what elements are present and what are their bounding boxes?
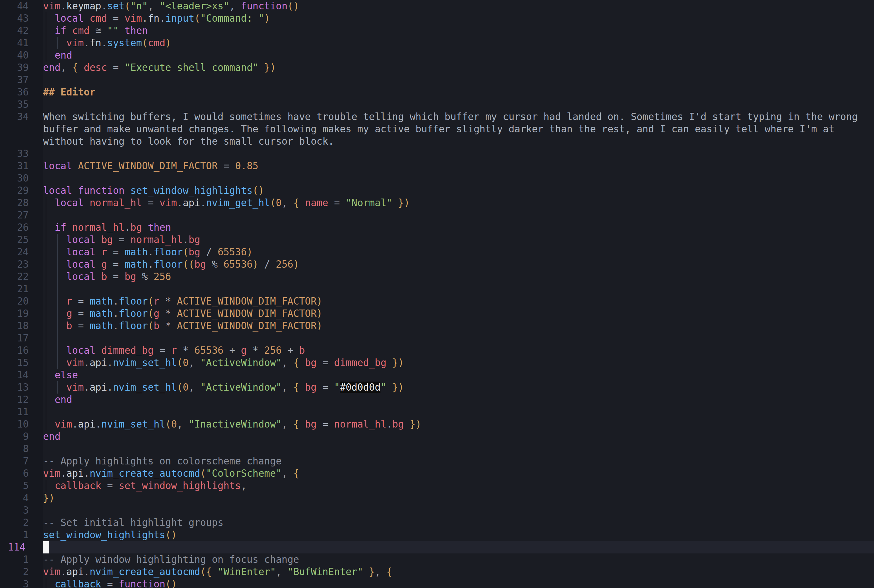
code-line-content[interactable]: if cmd ≅ "" then — [43, 25, 874, 37]
buffer-line[interactable]: 19 g = math.floor(g * ACTIVE_WINDOW_DIM_… — [0, 308, 874, 320]
code-line-content[interactable] — [43, 172, 874, 184]
buffer-line[interactable]: 29local function set_window_highlights() — [0, 184, 874, 197]
code-line-content[interactable]: end — [43, 49, 874, 62]
code-line-content[interactable]: local b = bg % 256 — [43, 271, 874, 283]
code-line-content[interactable]: else — [43, 369, 874, 381]
code-line-content[interactable] — [43, 148, 874, 160]
buffer-line[interactable]: 20 r = math.floor(r * ACTIVE_WINDOW_DIM_… — [0, 295, 874, 308]
code-line-content[interactable]: vim.api.nvim_set_hl(0, "ActiveWindow", {… — [43, 381, 874, 393]
buffer-line[interactable]: 26 if normal_hl.bg then — [0, 221, 874, 234]
code-token: nvim_get_hl — [206, 197, 270, 208]
code-line-content[interactable]: g = math.floor(g * ACTIVE_WINDOW_DIM_FAC… — [43, 308, 874, 320]
code-line-content[interactable] — [43, 541, 874, 554]
buffer-line[interactable]: 16 local dimmed_bg = r * 65536 + g * 256… — [0, 344, 874, 357]
code-line-content[interactable]: callback = function() — [43, 578, 874, 588]
code-line-content[interactable]: local cmd = vim.fn.input("Command: ") — [43, 12, 874, 25]
code-line-content[interactable]: -- Apply window highlighting on focus ch… — [43, 554, 874, 566]
code-line-content[interactable] — [43, 283, 874, 295]
code-line-content[interactable] — [43, 209, 874, 221]
buffer-line[interactable]: 40 end — [0, 49, 874, 62]
buffer-line[interactable]: 44vim.keymap.set("n", "<leader>xs", func… — [0, 0, 874, 12]
buffer-line[interactable]: 21 — [0, 283, 874, 295]
buffer-line[interactable]: 2vim.api.nvim_create_autocmd({ "WinEnter… — [0, 566, 874, 578]
buffer-line[interactable]: 25 local bg = normal_hl.bg — [0, 234, 874, 246]
code-line-content[interactable]: ## Editor — [43, 86, 874, 98]
code-line-content[interactable]: vim.api.nvim_create_autocmd("ColorScheme… — [43, 467, 874, 480]
code-line-content[interactable]: set_window_highlights() — [43, 529, 874, 541]
code-line-content[interactable] — [43, 406, 874, 418]
code-line-content[interactable]: When switching buffers, I would sometime… — [43, 111, 874, 123]
buffer-line[interactable]: 9end — [0, 430, 874, 443]
code-line-content[interactable]: r = math.floor(r * ACTIVE_WINDOW_DIM_FAC… — [43, 295, 874, 308]
code-line-content[interactable]: vim.api.nvim_set_hl(0, "ActiveWindow", {… — [43, 357, 874, 369]
buffer-line[interactable]: 14 else — [0, 369, 874, 381]
code-line-content[interactable]: vim.api.nvim_set_hl(0, "InactiveWindow",… — [43, 418, 874, 430]
buffer-line[interactable]: 10 vim.api.nvim_set_hl(0, "InactiveWindo… — [0, 418, 874, 430]
buffer-line[interactable]: 35 — [0, 98, 874, 111]
buffer-line[interactable]: 5 callback = set_window_highlights, — [0, 480, 874, 492]
buffer-line[interactable]: 3 — [0, 504, 874, 516]
buffer-line[interactable]: 3 callback = function() — [0, 578, 874, 588]
code-line-content[interactable]: end — [43, 430, 874, 443]
buffer-line[interactable]: 33 — [0, 148, 874, 160]
buffer-line[interactable]: 18 b = math.floor(b * ACTIVE_WINDOW_DIM_… — [0, 320, 874, 332]
code-line-content[interactable]: callback = set_window_highlights, — [43, 480, 874, 492]
buffer-line[interactable]: 28 local normal_hl = vim.api.nvim_get_hl… — [0, 197, 874, 209]
buffer-line[interactable]: 23 local g = math.floor((bg % 65536) / 2… — [0, 258, 874, 271]
code-line-content[interactable]: local r = math.floor(bg / 65536) — [43, 246, 874, 258]
code-line-content[interactable]: local bg = normal_hl.bg — [43, 234, 874, 246]
buffer-line[interactable]: 15 vim.api.nvim_set_hl(0, "ActiveWindow"… — [0, 357, 874, 369]
buffer-line[interactable]: without having to look for the small cur… — [0, 135, 874, 148]
code-line-content[interactable]: local dimmed_bg = r * 65536 + g * 256 + … — [43, 344, 874, 357]
code-line-content[interactable]: if normal_hl.bg then — [43, 221, 874, 234]
code-line-content[interactable]: -- Apply highlights on colorscheme chang… — [43, 455, 874, 467]
code-line-content[interactable]: end — [43, 393, 874, 406]
buffer-line[interactable]: 34When switching buffers, I would someti… — [0, 111, 874, 123]
buffer-line[interactable]: 31local ACTIVE_WINDOW_DIM_FACTOR = 0.85 — [0, 160, 874, 172]
buffer-line[interactable]: 114 — [0, 541, 874, 554]
buffer-line[interactable]: 4}) — [0, 492, 874, 504]
buffer-line[interactable]: 1set_window_highlights() — [0, 529, 874, 541]
code-line-content[interactable]: local function set_window_highlights() — [43, 184, 874, 197]
code-line-content[interactable]: -- Set initial highlight groups — [43, 516, 874, 529]
gutter: 3 — [0, 504, 43, 516]
code-line-content[interactable]: b = math.floor(b * ACTIVE_WINDOW_DIM_FAC… — [43, 320, 874, 332]
code-line-content[interactable]: vim.fn.system(cmd) — [43, 37, 874, 49]
code-line-content[interactable]: end, { desc = "Execute shell command" }) — [43, 62, 874, 74]
code-line-content[interactable]: vim.keymap.set("n", "<leader>xs", functi… — [43, 0, 874, 12]
buffer-line[interactable]: 24 local r = math.floor(bg / 65536) — [0, 246, 874, 258]
buffer-line[interactable]: 2-- Set initial highlight groups — [0, 516, 874, 529]
buffer-line[interactable]: 13 vim.api.nvim_set_hl(0, "ActiveWindow"… — [0, 381, 874, 393]
buffer-line[interactable]: 43 local cmd = vim.fn.input("Command: ") — [0, 12, 874, 25]
indent-guide — [46, 209, 46, 221]
code-line-content[interactable]: buffer and make unwanted changes. The fo… — [43, 123, 874, 135]
code-line-content[interactable] — [43, 443, 874, 455]
code-line-content[interactable]: local g = math.floor((bg % 65536) / 256) — [43, 258, 874, 271]
code-line-content[interactable]: local normal_hl = vim.api.nvim_get_hl(0,… — [43, 197, 874, 209]
code-line-content[interactable] — [43, 332, 874, 344]
code-line-content[interactable] — [43, 504, 874, 516]
buffer-line[interactable]: 36## Editor — [0, 86, 874, 98]
code-line-content[interactable]: without having to look for the small cur… — [43, 135, 874, 148]
code-line-content[interactable] — [43, 98, 874, 111]
buffer-line[interactable]: 42 if cmd ≅ "" then — [0, 25, 874, 37]
buffer-line[interactable]: 37 — [0, 74, 874, 86]
buffer-line[interactable]: 39end, { desc = "Execute shell command" … — [0, 62, 874, 74]
buffer-line[interactable]: 1-- Apply window highlighting on focus c… — [0, 554, 874, 566]
code-line-content[interactable] — [43, 74, 874, 86]
code-token: }) — [43, 492, 55, 504]
buffer-line[interactable]: 6vim.api.nvim_create_autocmd("ColorSchem… — [0, 467, 874, 480]
buffer-line[interactable]: 22 local b = bg % 256 — [0, 271, 874, 283]
buffer-line[interactable]: 8 — [0, 443, 874, 455]
buffer-line[interactable]: 17 — [0, 332, 874, 344]
buffer-line[interactable]: 41 vim.fn.system(cmd) — [0, 37, 874, 49]
code-line-content[interactable]: vim.api.nvim_create_autocmd({ "WinEnter"… — [43, 566, 874, 578]
buffer-line[interactable]: 7-- Apply highlights on colorscheme chan… — [0, 455, 874, 467]
code-line-content[interactable]: }) — [43, 492, 874, 504]
buffer-line[interactable]: 11 — [0, 406, 874, 418]
buffer-line[interactable]: 12 end — [0, 393, 874, 406]
buffer-line[interactable]: 27 — [0, 209, 874, 221]
buffer-line[interactable]: buffer and make unwanted changes. The fo… — [0, 123, 874, 135]
code-line-content[interactable]: local ACTIVE_WINDOW_DIM_FACTOR = 0.85 — [43, 160, 874, 172]
buffer-line[interactable]: 30 — [0, 172, 874, 184]
